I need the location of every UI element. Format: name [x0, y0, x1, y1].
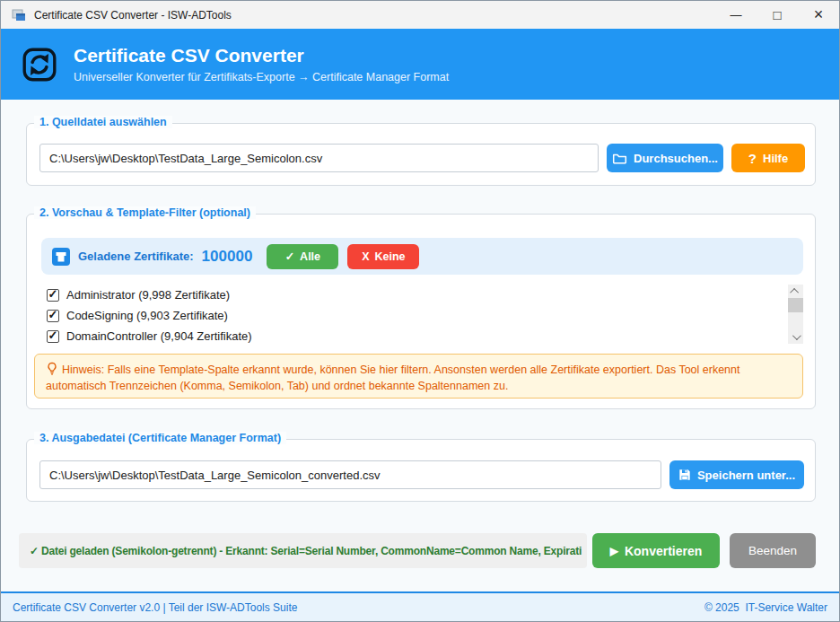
play-icon: ▶: [610, 545, 618, 557]
convert-label: Konvertieren: [625, 544, 702, 558]
list-scrollbar[interactable]: [788, 285, 803, 344]
question-mark-icon: ?: [748, 151, 757, 166]
template-filter-list: Administrator (9,998 Zertifikate) CodeSi…: [34, 285, 803, 344]
source-file-group: 1. Quelldatei auswählen Durchsuchen... ?…: [26, 123, 816, 186]
scrollbar-thumb[interactable]: [788, 298, 803, 312]
browse-button[interactable]: Durchsuchen...: [607, 144, 723, 172]
output-file-group: 3. Ausgabedatei (Certificate Manager For…: [26, 439, 816, 502]
window-title: Certificate CSV Converter - ISW-ADTools: [34, 9, 232, 22]
footer-copyright-text: © 2025 IT-Service Walter: [704, 601, 827, 614]
save-as-button[interactable]: Speichern unter...: [669, 460, 804, 489]
quit-button[interactable]: Beenden: [730, 533, 816, 568]
sync-arrows-icon: [21, 46, 58, 83]
list-item[interactable]: DomainController (9,904 Zertifikate): [34, 326, 803, 344]
app-title: Certificate CSV Converter: [74, 45, 449, 66]
list-item-label: DomainController (9,904 Zertifikate): [66, 329, 252, 343]
preview-filter-group: 2. Vorschau & Template-Filter (optional)…: [26, 214, 816, 409]
package-icon: [52, 248, 70, 266]
output-file-legend: 3. Ausgabedatei (Certificate Manager For…: [34, 432, 286, 444]
list-item-label: CodeSigning (9,903 Zertifikate): [66, 309, 228, 322]
footer-version-text: Certificate CSV Converter v2.0 | Teil de…: [13, 601, 297, 614]
maximize-button[interactable]: □: [757, 1, 798, 29]
app-icon: [12, 8, 26, 22]
loaded-certificates-label: Geladene Zertifikate:: [78, 250, 194, 263]
hint-text: Hinweis: Falls eine Template-Spalte erka…: [46, 364, 740, 392]
list-item-label: Administrator (9,998 Zertifikate): [66, 288, 230, 302]
folder-open-icon: [612, 152, 627, 164]
preview-filter-legend: 2. Vorschau & Template-Filter (optional): [34, 206, 256, 219]
footer: Certificate CSV Converter v2.0 | Teil de…: [1, 591, 839, 621]
hint-box: Hinweis: Falls eine Template-Spalte erka…: [34, 354, 803, 399]
checkbox-checked-icon[interactable]: [47, 330, 59, 343]
floppy-disk-icon: [678, 469, 691, 481]
app-header: Certificate CSV Converter Universeller K…: [1, 29, 839, 100]
quit-label: Beenden: [748, 544, 797, 557]
scrollbar-down-icon[interactable]: [788, 330, 803, 344]
checkbox-checked-icon[interactable]: [47, 310, 59, 322]
convert-button[interactable]: ▶ Konvertieren: [592, 533, 720, 568]
lightbulb-icon: [46, 362, 58, 375]
select-all-button[interactable]: ✓ Alle: [267, 244, 338, 269]
cross-icon: X: [362, 250, 369, 263]
minimize-button[interactable]: —: [715, 1, 757, 29]
help-label: Hilfe: [763, 152, 788, 165]
title-bar: Certificate CSV Converter - ISW-ADTools …: [1, 1, 839, 29]
checkbox-checked-icon[interactable]: [47, 289, 59, 302]
select-none-label: Keine: [374, 250, 405, 263]
app-window: Certificate CSV Converter - ISW-ADTools …: [0, 0, 840, 622]
list-item[interactable]: CodeSigning (9,903 Zertifikate): [34, 305, 803, 326]
source-file-legend: 1. Quelldatei auswählen: [34, 116, 172, 128]
app-subtitle: Universeller Konverter für Zertifikats-E…: [74, 71, 449, 83]
loaded-certificates-count: 100000: [202, 248, 253, 266]
source-file-input[interactable]: [39, 144, 599, 172]
header-text: Certificate CSV Converter Universeller K…: [74, 45, 449, 83]
loaded-certificates-bar: Geladene Zertifikate: 100000 ✓ Alle X Ke…: [41, 238, 803, 275]
status-bar: ✓ Datei geladen (Semikolon-getrennt) - E…: [19, 533, 587, 568]
check-icon: ✓: [285, 250, 294, 263]
scrollbar-up-icon[interactable]: [788, 285, 803, 298]
select-none-button[interactable]: X Keine: [347, 244, 419, 269]
browse-label: Durchsuchen...: [634, 152, 718, 165]
status-text: ✓ Datei geladen (Semikolon-getrennt) - E…: [30, 545, 582, 557]
output-file-input[interactable]: [39, 460, 661, 489]
list-item[interactable]: Administrator (9,998 Zertifikate): [34, 285, 803, 305]
save-as-label: Speichern unter...: [697, 469, 795, 482]
help-button[interactable]: ? Hilfe: [731, 144, 805, 172]
close-button[interactable]: ×: [798, 1, 839, 29]
select-all-label: Alle: [300, 250, 320, 263]
window-controls: — □ ×: [715, 1, 839, 29]
